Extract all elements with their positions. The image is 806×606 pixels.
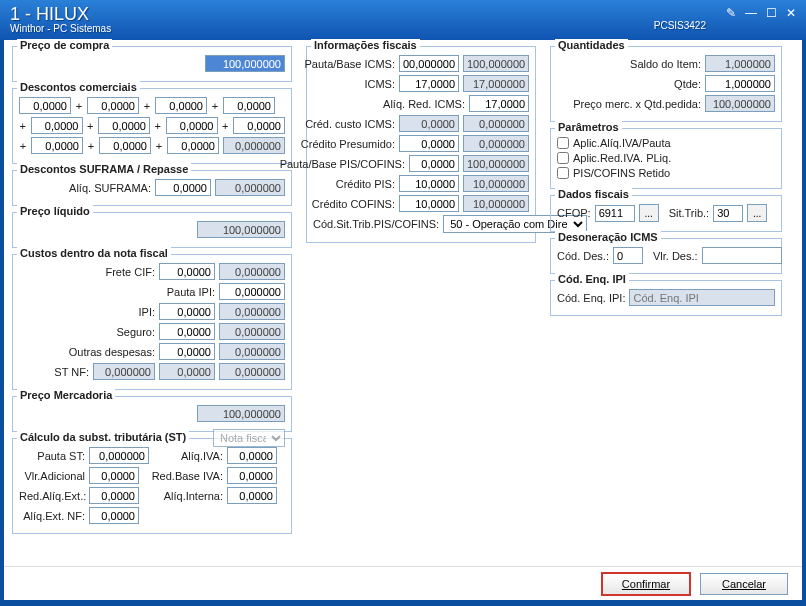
input-red-base-iva[interactable]	[227, 467, 277, 484]
ro-credito-cofins	[463, 195, 529, 212]
input-icms[interactable]	[399, 75, 459, 92]
chk-aplic-red-iva[interactable]: Aplic.Red.IVA. PLiq.	[557, 152, 775, 164]
select-nota-fiscal[interactable]: Nota fiscal	[213, 429, 285, 447]
input-vlr-des[interactable]	[702, 247, 782, 264]
input-pauta-base-icms[interactable]	[399, 55, 459, 72]
dc-r3-2[interactable]	[99, 137, 151, 154]
legend-preco-liq: Preço líquido	[17, 205, 93, 217]
ro-pauta-pis	[463, 155, 529, 172]
input-cod-des[interactable]	[613, 247, 643, 264]
dc-r1-2[interactable]	[87, 97, 139, 114]
lbl-aliq-ext-nf: Alíq.Ext. NF:	[19, 510, 85, 522]
legend-quantidades: Quantidades	[555, 39, 628, 51]
lbl-credito-cofins: Crédito COFINS:	[312, 198, 395, 210]
input-aliq-interna[interactable]	[227, 487, 277, 504]
dc-r1-4[interactable]	[223, 97, 275, 114]
edit-icon[interactable]: ✎	[724, 6, 738, 20]
input-sit-trib[interactable]	[713, 205, 743, 222]
grupo-desoneracao-icms: Desoneração ICMS Cód. Des.: Vlr. Des.:	[550, 238, 782, 274]
lbl-red-aliq-ext: Red.Alíq.Ext.:	[19, 490, 85, 502]
dc-r1-3[interactable]	[155, 97, 207, 114]
minimize-icon[interactable]: —	[744, 6, 758, 20]
grupo-preco-mercadoria: Preço Mercadoria	[12, 396, 292, 432]
ro-cred-custo-1	[399, 115, 459, 132]
input-credito-pis[interactable]	[399, 175, 459, 192]
input-qtde[interactable]	[705, 75, 775, 92]
grupo-quantidades: Quantidades Saldo do Item: Qtde: Preço m…	[550, 46, 782, 122]
btn-lookup-cfop[interactable]: ...	[639, 204, 659, 222]
dc-r2-4[interactable]	[233, 117, 285, 134]
lbl-saldo-item: Saldo do Item:	[630, 58, 701, 70]
legend-custos-nf: Custos dentro da nota fiscal	[17, 247, 171, 259]
ro-preco-liq	[197, 221, 285, 238]
ro-frete-cif	[219, 263, 285, 280]
input-preco-compra[interactable]	[205, 55, 285, 72]
chk-aplic-aliq-iva[interactable]: Aplic.Alíq.IVA/Pauta	[557, 137, 775, 149]
input-frete-cif[interactable]	[159, 263, 215, 280]
close-icon[interactable]: ✕	[784, 6, 798, 20]
legend-info-fiscais: Informações fiscais	[311, 39, 420, 51]
maximize-icon[interactable]: ☐	[764, 6, 778, 20]
ro-cred-custo-2	[463, 115, 529, 132]
cancel-button[interactable]: Cancelar	[700, 573, 788, 595]
lbl-vlr-des: Vlr. Des.:	[653, 250, 698, 262]
lbl-cod-des: Cód. Des.:	[557, 250, 609, 262]
lbl-outras: Outras despesas:	[55, 346, 155, 358]
input-cod-enq-ipi[interactable]	[629, 289, 775, 306]
input-cred-presumido[interactable]	[399, 135, 459, 152]
input-cfop[interactable]	[595, 205, 635, 222]
dc-r3-1[interactable]	[31, 137, 83, 154]
input-pauta-st[interactable]	[89, 447, 149, 464]
lbl-frete-cif: Frete CIF:	[55, 266, 155, 278]
lbl-aliq-red-icms: Alíq. Red. ICMS:	[383, 98, 465, 110]
dc-r2-2[interactable]	[98, 117, 150, 134]
lbl-cred-presumido: Crédito Presumido:	[301, 138, 395, 150]
lbl-cfop: CFOP:	[557, 207, 591, 219]
dc-r2-1[interactable]	[31, 117, 83, 134]
chk-pis-cofins-retido[interactable]: PIS/COFINS Retido	[557, 167, 775, 179]
legend-dados-fiscais: Dados fiscais	[555, 188, 632, 200]
grupo-cod-enq-ipi: Cód. Enq. IPI Cód. Enq. IPI:	[550, 280, 782, 316]
input-pauta-pis[interactable]	[409, 155, 459, 172]
lbl-sit-trib: Sit.Trib.:	[669, 207, 710, 219]
lbl-pauta-base-icms: Pauta/Base ICMS:	[305, 58, 396, 70]
ro-saldo-item	[705, 55, 775, 72]
lbl-ipi: IPI:	[55, 306, 155, 318]
ro-pauta-base-icms	[463, 55, 529, 72]
lbl-aliq-iva: Alíq.IVA:	[153, 450, 223, 462]
lbl-suframa: Alíq. SUFRAMA:	[69, 182, 151, 194]
input-seguro[interactable]	[159, 323, 215, 340]
input-aliq-ext-nf[interactable]	[89, 507, 139, 524]
ro-stnf-c	[219, 363, 285, 380]
input-vlr-adic[interactable]	[89, 467, 139, 484]
input-outras[interactable]	[159, 343, 215, 360]
ro-cred-presumido	[463, 135, 529, 152]
input-aliq-red-icms[interactable]	[469, 95, 529, 112]
lbl-pauta-ipi: Pauta IPI:	[115, 286, 215, 298]
lbl-seguro: Seguro:	[55, 326, 155, 338]
ro-icms	[463, 75, 529, 92]
input-suframa[interactable]	[155, 179, 211, 196]
input-red-aliq-ext[interactable]	[89, 487, 139, 504]
dc-r2-3[interactable]	[166, 117, 218, 134]
input-pauta-ipi[interactable]	[219, 283, 285, 300]
legend-desc-comerciais: Descontos comerciais	[17, 81, 140, 93]
ro-preco-merc-qtd	[705, 95, 775, 112]
legend-parametros: Parâmetros	[555, 121, 622, 133]
dc-r1-1[interactable]	[19, 97, 71, 114]
ro-seguro	[219, 323, 285, 340]
dc-r3-3[interactable]	[167, 137, 219, 154]
ro-ipi	[219, 303, 285, 320]
grupo-preco-liquido: Preço líquido	[12, 212, 292, 248]
confirm-button[interactable]: Confirmar	[602, 573, 690, 595]
input-ipi[interactable]	[159, 303, 215, 320]
window-code: PCSIS3422	[654, 20, 706, 31]
grupo-preco-compra: Preço de compra	[12, 46, 292, 82]
btn-lookup-sit-trib[interactable]: ...	[747, 204, 767, 222]
lbl-credito-pis: Crédito PIS:	[336, 178, 395, 190]
grupo-suframa: Descontos SUFRAMA / Repasse Alíq. SUFRAM…	[12, 170, 292, 206]
ro-credito-pis	[463, 175, 529, 192]
grupo-dados-fiscais: Dados fiscais CFOP: ... Sit.Trib.: ...	[550, 195, 782, 232]
input-credito-cofins[interactable]	[399, 195, 459, 212]
input-aliq-iva[interactable]	[227, 447, 277, 464]
